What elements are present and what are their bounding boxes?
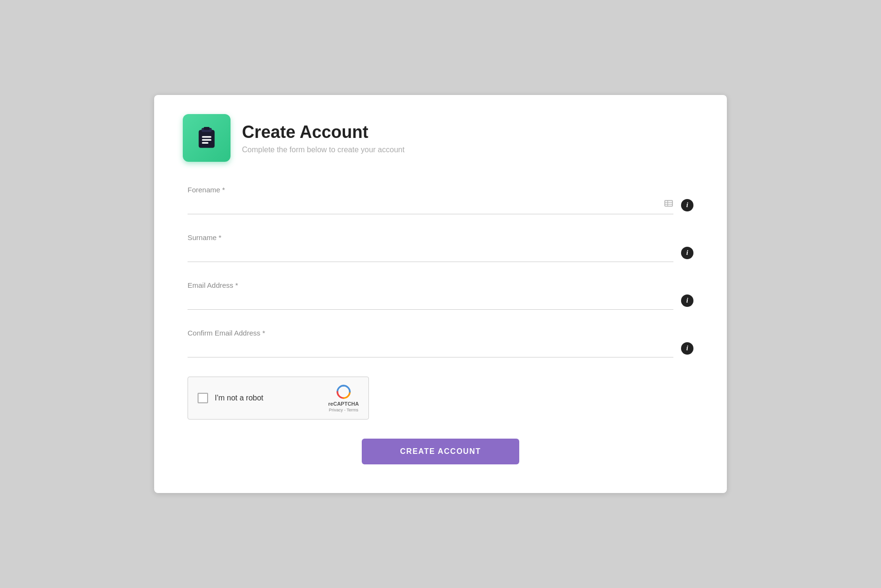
svg-rect-6: [204, 127, 210, 130]
logo-icon: [183, 114, 231, 162]
forename-input-wrap: Forename *: [188, 186, 673, 214]
surname-info-icon[interactable]: i: [681, 247, 693, 259]
forename-input[interactable]: [188, 198, 673, 214]
svg-rect-7: [665, 200, 672, 206]
confirm-email-label: Confirm Email Address *: [188, 329, 673, 337]
email-row: Email Address * i: [188, 281, 693, 310]
form-header: Create Account Complete the form below t…: [183, 114, 698, 162]
confirm-email-info-icon[interactable]: i: [681, 342, 693, 355]
forename-row: Forename * i: [188, 186, 693, 214]
surname-row: Surname * i: [188, 233, 693, 262]
recaptcha-arrows-icon: [336, 384, 352, 400]
surname-label: Surname *: [188, 233, 673, 242]
surname-field: Surname * i: [188, 233, 693, 262]
forename-label: Forename *: [188, 186, 673, 194]
forename-inline-icon: [664, 199, 673, 210]
svg-rect-1: [199, 130, 214, 148]
captcha-wrapper: I'm not a robot reCAPTCHA Privacy - Term…: [188, 377, 693, 420]
clipboard-svg: [195, 126, 219, 150]
surname-input-wrap: Surname *: [188, 233, 673, 262]
main-card: Create Account Complete the form below t…: [154, 95, 727, 493]
form-section: Forename * i: [183, 186, 698, 464]
recaptcha-brand: reCAPTCHA: [328, 401, 359, 407]
email-label: Email Address *: [188, 281, 673, 289]
captcha-label: I'm not a robot: [215, 394, 322, 402]
surname-input[interactable]: [188, 245, 673, 262]
recaptcha-logo: reCAPTCHA Privacy - Terms: [328, 384, 359, 412]
confirm-email-row: Confirm Email Address * i: [188, 329, 693, 357]
captcha-checkbox[interactable]: [198, 393, 208, 403]
email-info-icon[interactable]: i: [681, 294, 693, 307]
email-input[interactable]: [188, 293, 673, 310]
page-title: Create Account: [242, 122, 405, 142]
header-text: Create Account Complete the form below t…: [242, 122, 405, 154]
confirm-email-input-wrap: Confirm Email Address *: [188, 329, 673, 357]
forename-field: Forename * i: [188, 186, 693, 214]
confirm-email-input[interactable]: [188, 341, 673, 357]
forename-info-icon[interactable]: i: [681, 199, 693, 211]
captcha-box[interactable]: I'm not a robot reCAPTCHA Privacy - Term…: [188, 377, 369, 420]
email-input-wrap: Email Address *: [188, 281, 673, 310]
submit-row: CREATE ACCOUNT: [188, 439, 693, 464]
page-subtitle: Complete the form below to create your a…: [242, 146, 405, 154]
recaptcha-links: Privacy - Terms: [329, 408, 358, 412]
confirm-email-field: Confirm Email Address * i: [188, 329, 693, 357]
email-field: Email Address * i: [188, 281, 693, 310]
create-account-button[interactable]: CREATE ACCOUNT: [362, 439, 519, 464]
